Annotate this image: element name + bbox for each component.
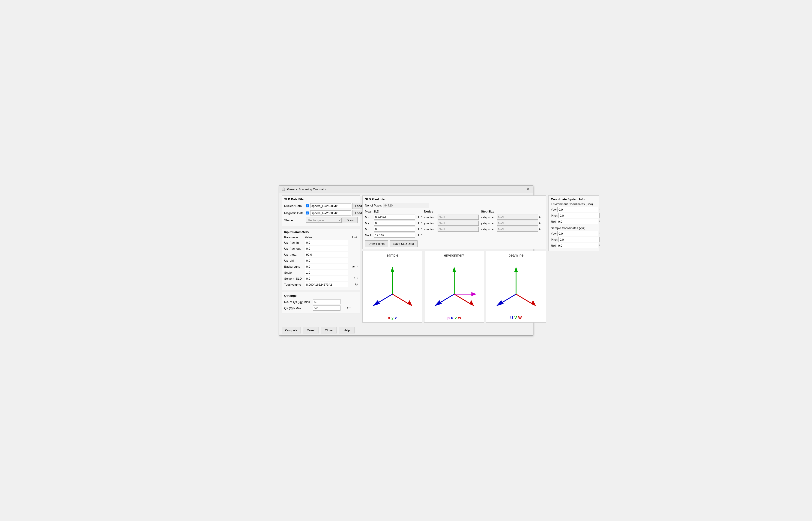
sld-data-file-section: SLD Data File Nuclear Data sphere_R=2500…: [282, 196, 360, 226]
window-close-button[interactable]: ✕: [526, 187, 530, 191]
coord-system-title: Coordinate System Info: [551, 198, 597, 201]
environment-axis-labels: p u v w: [447, 316, 461, 320]
znodes-row: znodes: [424, 227, 479, 232]
param-input-5[interactable]: [305, 270, 348, 275]
reset-button[interactable]: Reset: [303, 327, 319, 334]
param-row-4: Background cm⁻¹: [284, 264, 357, 269]
shape-draw-button[interactable]: Draw: [343, 217, 357, 223]
sld-nucl-label: Nucl.: [365, 233, 373, 237]
close-button[interactable]: Close: [321, 327, 337, 334]
znodes-label: znodes: [424, 227, 437, 231]
help-button[interactable]: Help: [339, 327, 355, 334]
param-input-4[interactable]: [305, 264, 348, 269]
param-input-6[interactable]: [305, 276, 348, 281]
param-name-1: Up_frac_out: [284, 247, 305, 250]
qx-max-unit: Å⁻¹: [342, 307, 351, 310]
znodes-input[interactable]: [438, 227, 479, 232]
env-pitch-unit: °: [601, 214, 601, 217]
xstepsize-input[interactable]: [497, 214, 538, 220]
param-header: Parameter Value Unit: [284, 235, 357, 239]
no-pixels-input[interactable]: [383, 203, 429, 208]
param-input-2[interactable]: [305, 252, 348, 257]
param-row-2: Up_theta °: [284, 252, 357, 257]
sld-mz-input[interactable]: [374, 227, 415, 232]
param-name-6: Solvent_SLD: [284, 277, 305, 280]
draw-points-button[interactable]: Draw Points: [365, 241, 388, 247]
right-panel: Coordinate System Info Environment Coord…: [548, 196, 599, 322]
ystepsize-input[interactable]: [497, 221, 538, 226]
sample-yaw-label: Yaw: [551, 232, 556, 235]
svg-marker-11: [434, 300, 442, 306]
env-pitch-row: Pitch °: [551, 213, 597, 218]
visualization-row: sample x y z: [363, 251, 546, 322]
step-size-box: Step Size xstepsize Å ystepsize Å z: [481, 210, 543, 239]
main-content: SLD Data File Nuclear Data sphere_R=2500…: [279, 193, 533, 325]
sld-mx-input[interactable]: [374, 214, 415, 220]
xnodes-input[interactable]: [438, 214, 479, 220]
beamline-viz-title: beamline: [509, 253, 524, 257]
param-input-3[interactable]: [305, 258, 348, 263]
sample-yaw-input[interactable]: [557, 231, 598, 236]
svg-marker-1: [391, 267, 394, 272]
draw-save-row: Draw Points Save SLD Data: [365, 241, 543, 247]
param-name-3: Up_phi: [284, 259, 305, 262]
sample-roll-unit: °: [599, 244, 600, 247]
ystepsize-row: ystepsize Å: [481, 221, 543, 226]
magnetic-data-input[interactable]: sphere_R=2500.vtk: [310, 210, 351, 216]
shape-label: Shape: [284, 219, 305, 222]
param-input-7[interactable]: [305, 282, 348, 287]
nuclear-data-input[interactable]: sphere_R=2500.vtk: [310, 203, 351, 208]
param-row-5: Scale: [284, 270, 357, 275]
sld-my-label: My: [365, 222, 373, 225]
mean-sld-title: Mean SLD: [365, 210, 422, 213]
magnetic-data-checkbox[interactable]: [306, 211, 309, 214]
save-sld-button[interactable]: Save SLD Data: [390, 241, 418, 247]
param-unit-2: °: [348, 253, 357, 256]
param-input-0[interactable]: [305, 240, 348, 245]
param-row-6: Solvent_SLD Å⁻²: [284, 276, 357, 281]
col-unit: Unit: [348, 235, 357, 239]
app-icon: [282, 187, 285, 191]
sample-pitch-input[interactable]: [558, 237, 600, 242]
env-roll-input[interactable]: [557, 219, 598, 224]
zstepsize-input[interactable]: [497, 227, 538, 232]
param-input-1[interactable]: [305, 246, 348, 251]
env-pitch-label: Pitch: [551, 214, 558, 217]
svg-marker-5: [373, 300, 380, 306]
col-value: Value: [305, 235, 348, 239]
sample-viz-title: sample: [387, 253, 398, 257]
environment-viz-title: environment: [444, 253, 464, 257]
env-pitch-input[interactable]: [558, 213, 600, 218]
sld-mz-unit: Å⁻²: [416, 228, 422, 231]
param-row-0: Up_frac_in: [284, 240, 357, 245]
param-unit-4: cm⁻¹: [348, 265, 357, 268]
qx-bins-input[interactable]: [313, 299, 341, 304]
shape-select[interactable]: Rectangular: [306, 218, 342, 223]
beamline-w-label: W: [518, 316, 522, 320]
nodes-box: Nodes xnodes ynodes znodes: [424, 210, 479, 239]
sld-pixel-info-section: SLD Pixel Info No. of Pixels Mean SLD Mx…: [363, 196, 546, 249]
env-yaw-input[interactable]: [557, 207, 598, 212]
svg-marker-13: [471, 292, 477, 296]
sld-my-input[interactable]: [374, 221, 415, 226]
sample-pitch-label: Pitch: [551, 238, 558, 241]
qx-max-input[interactable]: [313, 305, 341, 311]
env-v-label: v: [455, 316, 457, 320]
nuclear-data-checkbox[interactable]: [306, 204, 309, 207]
sample-pitch-row: Pitch °: [551, 237, 597, 242]
ynodes-input[interactable]: [438, 221, 479, 226]
sld-data-file-title: SLD Data File: [284, 198, 357, 201]
zstepsize-unit: Å: [539, 228, 543, 230]
svg-marker-7: [453, 267, 456, 272]
sld-nucl-input[interactable]: [374, 232, 415, 237]
no-pixels-label: No. of Pixels: [365, 204, 382, 207]
sample-roll-input[interactable]: [557, 243, 598, 248]
bottom-bar: Compute Reset Close Help: [279, 325, 533, 335]
sample-viz: sample x y z: [363, 251, 422, 322]
xstepsize-row: xstepsize Å: [481, 214, 543, 220]
compute-button[interactable]: Compute: [282, 327, 301, 334]
param-name-5: Scale: [284, 271, 305, 274]
svg-line-2: [392, 294, 410, 304]
ynodes-row: ynodes: [424, 221, 479, 226]
env-roll-unit: °: [599, 220, 600, 223]
